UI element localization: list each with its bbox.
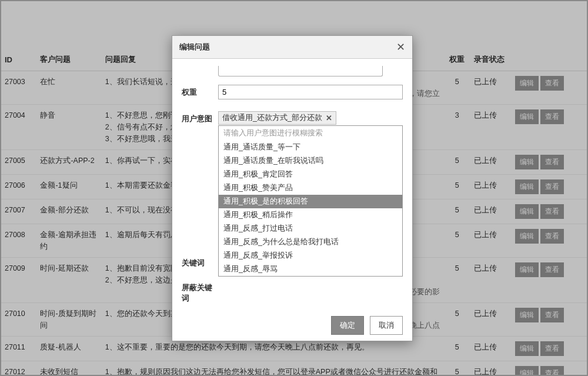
tag-remove-icon[interactable]: ✕ [326,114,332,122]
intent-tag-text: 借收通用_还款方式_部分还款 [222,113,322,123]
intent-option[interactable]: 通用_反感_打过电话 [219,222,402,235]
intent-option[interactable]: 通用_积极_是的积极回答 [219,195,402,208]
intent-search-placeholder[interactable]: 请输入用户意图进行模糊搜索 [219,126,402,141]
cancel-button[interactable]: 取消 [370,316,403,335]
modal-footer: 确定 取消 [172,310,412,341]
intent-option[interactable]: 通用_反感_辱骂 [219,262,402,276]
intent-label: 用户意图 [182,111,218,124]
weight-label: 权重 [182,85,218,98]
intent-option[interactable]: 通用_通话质量_在听我说话吗 [219,154,402,168]
intent-tag[interactable]: 借收通用_还款方式_部分还款 ✕ [218,111,336,125]
intent-option[interactable]: 通用_积极_稍后操作 [219,208,402,222]
confirm-button[interactable]: 确定 [331,316,364,335]
intent-dropdown: 请输入用户意图进行模糊搜索 通用_通话质量_等一下通用_通话质量_在听我说话吗通… [218,125,403,277]
modal-body: 权重 用户意图 借收通用_还款方式_部分还款 ✕ 请输入用户意图进行模糊搜索 通… [172,59,412,310]
intent-option[interactable]: 通用_积极_赞美产品 [219,181,402,195]
intent-option[interactable]: 通用_积极_肯定回答 [219,168,402,181]
modal-title: 编辑问题 [179,42,210,52]
edit-question-modal: 编辑问题 ✕ 权重 用户意图 借收通用_还款方式_部分还款 ✕ 请输入用户意图进… [172,35,413,341]
answer-textarea-bottom[interactable] [218,66,383,76]
weight-input[interactable] [218,85,403,99]
keyword-label: 关键词 [182,255,218,268]
block-keyword-label: 屏蔽关键词 [182,280,218,304]
intent-option[interactable]: 通用_反感_为什么总是给我打电话 [219,235,402,249]
close-icon[interactable]: ✕ [396,41,405,54]
intent-option[interactable]: 通用_反感_举报投诉 [219,249,402,262]
modal-header: 编辑问题 ✕ [172,36,412,59]
intent-option[interactable]: 通用_通话质量_等一下 [219,141,402,154]
